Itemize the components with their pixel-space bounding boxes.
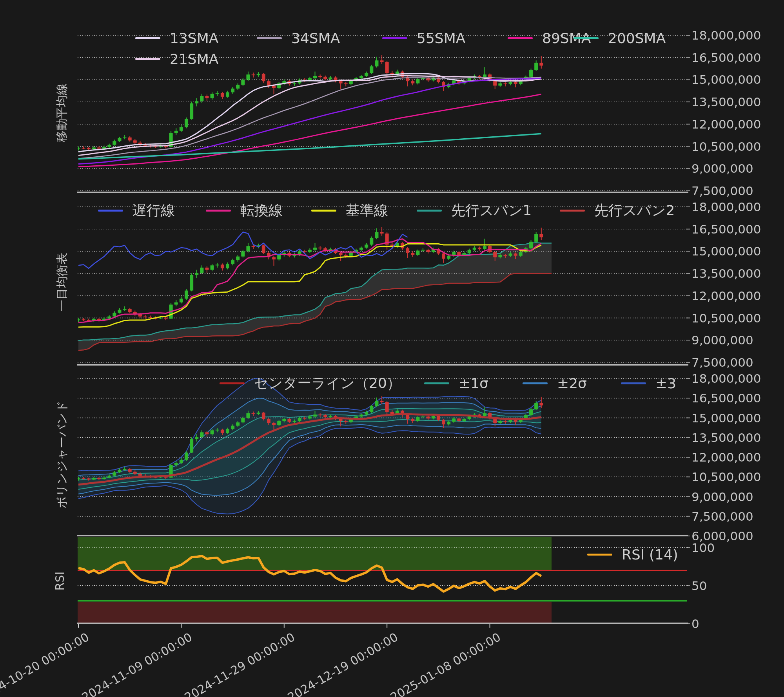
y-tick-label: 7,500,000 (691, 509, 753, 523)
legend-line-icon (135, 37, 160, 39)
legend-label: ±1σ (459, 375, 488, 391)
legend-line-icon (382, 37, 407, 39)
legend-label: 55SMA (417, 30, 465, 46)
legend-item: 13SMA (135, 30, 218, 46)
legend-label: 200SMA (608, 30, 666, 46)
chart-page: 移動平均線 一目均衡表 ボリンジャーバンド RSI 13SMA34SMA55SM… (0, 0, 784, 697)
legend-item: ±1σ (424, 375, 488, 391)
y-tick-label: 12,000,000 (691, 289, 761, 303)
legend-label: ±3 (655, 375, 676, 391)
legend-line-icon (523, 382, 548, 384)
y-tick-label: 9,000,000 (691, 333, 753, 347)
legend-item: 55SMA (382, 30, 465, 46)
legend-label: 遅行線 (132, 201, 175, 220)
y-tick-label: 13,500,000 (691, 95, 761, 109)
legend-item: 遅行線 (98, 203, 175, 218)
panel3-ylabel: ボリンジャーバンド (54, 400, 70, 509)
y-tick-label: 16,500,000 (691, 222, 761, 236)
legend-item: ±2σ (523, 375, 587, 391)
legend-line-icon (257, 37, 282, 39)
chart-canvas (0, 0, 784, 697)
legend-item: センターライン（20） (220, 375, 401, 391)
legend-item: 34SMA (257, 30, 340, 46)
y-tick-label: 100 (691, 541, 715, 555)
y-tick-label: 0 (691, 617, 699, 631)
legend-item: 先行スパン1 (417, 203, 532, 218)
legend-line-icon (220, 382, 245, 384)
legend-item: 基準線 (311, 203, 388, 218)
y-tick-label: 12,000,000 (691, 117, 761, 131)
legend-line-icon (311, 210, 336, 212)
legend-label: 先行スパン2 (594, 201, 675, 220)
legend-item: 先行スパン2 (560, 203, 675, 218)
y-tick-label: 10,500,000 (691, 470, 761, 484)
legend-label: 34SMA (291, 30, 340, 46)
legend-line-icon (508, 37, 533, 39)
rsi-ylabel: RSI (53, 572, 67, 591)
y-tick-label: 7,500,000 (691, 355, 753, 369)
y-tick-label: 15,000,000 (691, 244, 761, 258)
legend-line-icon (560, 210, 585, 212)
legend-line-icon (621, 382, 646, 384)
y-tick-label: 9,000,000 (691, 161, 753, 176)
legend-item: 転換線 (206, 203, 283, 218)
y-tick-label: 18,000,000 (691, 371, 761, 386)
legend-line-icon (424, 382, 449, 384)
y-tick-label: 18,000,000 (691, 28, 761, 42)
legend-label: 13SMA (170, 30, 218, 46)
legend-label: センターライン（20） (254, 374, 401, 393)
y-tick-label: 12,000,000 (691, 450, 761, 464)
legend-item: ±3 (621, 375, 676, 391)
legend-line-icon (135, 58, 160, 60)
legend-line-icon (417, 210, 442, 212)
legend-line-icon (573, 37, 599, 39)
panel1-ylabel: 移動平均線 (54, 83, 70, 142)
legend-item: 21SMA (135, 51, 218, 67)
y-tick-label: 10,500,000 (691, 139, 761, 154)
legend-label: ±2σ (557, 375, 587, 391)
legend-line-icon (98, 210, 123, 212)
y-tick-label: 16,500,000 (691, 51, 761, 65)
y-tick-label: 13,500,000 (691, 431, 761, 445)
legend-label: 先行スパン1 (451, 201, 532, 220)
y-tick-label: 15,000,000 (691, 72, 761, 87)
y-tick-label: 18,000,000 (691, 200, 761, 214)
y-tick-label: 50 (691, 579, 707, 593)
legend-label: 転換線 (240, 201, 283, 220)
legend-label: 基準線 (346, 201, 388, 220)
y-tick-label: 15,000,000 (691, 411, 761, 425)
legend-label: 21SMA (170, 51, 218, 67)
y-tick-label: 10,500,000 (691, 311, 761, 325)
y-tick-label: 9,000,000 (691, 490, 753, 504)
legend-line-icon (206, 210, 231, 212)
legend-item: 200SMA (573, 30, 666, 46)
legend-item: RSI (14) (587, 547, 678, 562)
legend-line-icon (587, 554, 612, 556)
y-tick-label: 16,500,000 (691, 391, 761, 405)
y-tick-label: 13,500,000 (691, 266, 761, 281)
legend-label: RSI (14) (622, 547, 678, 563)
panel2-ylabel: 一目均衡表 (54, 253, 70, 311)
y-tick-label: 7,500,000 (691, 184, 753, 198)
